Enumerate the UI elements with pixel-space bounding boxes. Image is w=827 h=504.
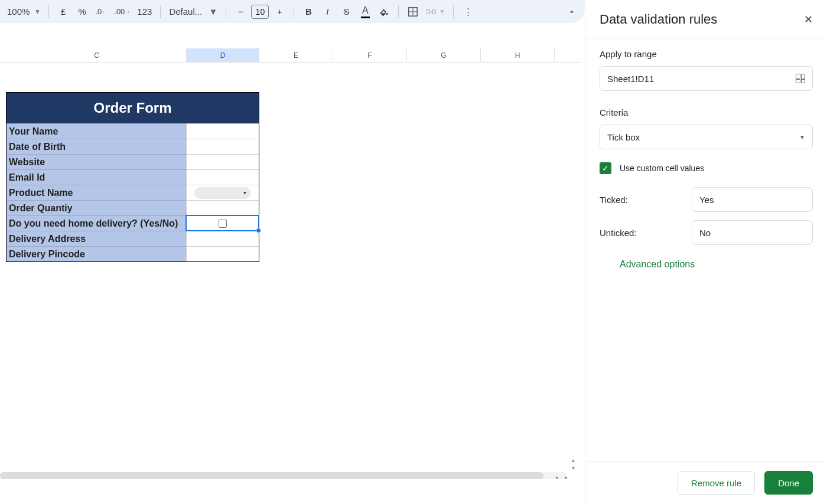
format-percent-button[interactable]: %	[74, 4, 90, 20]
zoom-dropdown[interactable]: 100%▼	[5, 4, 43, 20]
text-color-button[interactable]: A	[357, 4, 373, 20]
svg-rect-4	[433, 9, 436, 14]
form-label[interactable]: Product Name	[6, 185, 186, 200]
order-form-table: Order Form Your Name Date of Birth Websi…	[6, 92, 259, 262]
form-label[interactable]: Date of Birth	[6, 139, 186, 154]
form-label[interactable]: Order Quantiy	[6, 200, 186, 215]
collapse-toolbar-button[interactable]	[564, 4, 580, 20]
column-headers: C D E F G H	[0, 48, 581, 63]
selected-cell[interactable]	[186, 215, 259, 231]
vertical-scroll-arrows[interactable]: ▴▾	[572, 457, 575, 471]
borders-button[interactable]	[405, 4, 421, 20]
done-button[interactable]: Done	[764, 471, 813, 495]
form-label[interactable]: Delivery Address	[6, 231, 186, 246]
form-label[interactable]: Email Id	[6, 169, 186, 185]
format-currency-button[interactable]: £	[55, 4, 71, 20]
sidebar-title: Data validation rules	[600, 12, 717, 27]
column-header[interactable]: F	[333, 48, 407, 62]
column-header[interactable]: H	[481, 48, 555, 62]
chevron-down-icon: ▼	[799, 134, 805, 140]
form-label[interactable]: Website	[6, 154, 186, 169]
form-title: Order Form	[6, 93, 259, 123]
cell[interactable]	[186, 139, 259, 154]
merge-cells-button[interactable]: ▼	[424, 4, 447, 20]
unticked-input[interactable]: No	[692, 220, 813, 245]
sheet-tab-arrows[interactable]: ◂ ▸	[555, 474, 570, 480]
advanced-options-link[interactable]: Advanced options	[620, 259, 813, 270]
cell[interactable]	[186, 246, 259, 261]
font-family-dropdown[interactable]: Defaul...▼	[167, 4, 220, 20]
cell[interactable]	[186, 169, 259, 185]
font-size-input[interactable]: 10	[251, 5, 269, 19]
font-size-decrease-button[interactable]: −	[232, 4, 249, 20]
cell-dropdown[interactable]	[186, 185, 259, 200]
strikethrough-button[interactable]: S	[338, 4, 354, 20]
font-size-increase-button[interactable]: +	[271, 4, 288, 20]
cell[interactable]	[186, 231, 259, 246]
spreadsheet-grid[interactable]: Order Form Your Name Date of Birth Websi…	[0, 63, 581, 487]
data-validation-sidebar: Data validation rules ✕ Apply to range S…	[585, 0, 827, 504]
svg-rect-3	[427, 9, 430, 14]
checkbox-icon[interactable]	[219, 220, 227, 228]
bold-button[interactable]: B	[300, 4, 317, 20]
ticked-input[interactable]: Yes	[692, 187, 813, 212]
custom-values-checkbox[interactable]: ✓	[600, 162, 611, 174]
more-formats-button[interactable]: 123	[135, 4, 154, 20]
close-icon[interactable]: ✕	[804, 13, 813, 26]
remove-rule-button[interactable]: Remove rule	[678, 471, 755, 495]
form-label[interactable]: Do you need home delivery? (Yes/No)	[6, 215, 186, 231]
decrease-decimal-button[interactable]: .0←	[93, 4, 109, 20]
increase-decimal-button[interactable]: .00→	[112, 4, 132, 20]
custom-values-label: Use custom cell values	[620, 163, 704, 173]
range-input[interactable]: Sheet1!D11	[600, 66, 813, 91]
unticked-label: Unticked:	[600, 228, 637, 238]
form-label[interactable]: Delivery Pincode	[6, 246, 186, 261]
column-header[interactable]: C	[7, 48, 187, 62]
criteria-label: Criteria	[600, 107, 813, 117]
form-label[interactable]: Your Name	[6, 123, 186, 139]
horizontal-scrollbar[interactable]	[0, 472, 567, 479]
toolbar: 100%▼ £ % .0← .00→ 123 Defaul...▼ − 10 +…	[0, 0, 585, 24]
italic-button[interactable]: I	[319, 4, 336, 20]
cell[interactable]	[186, 154, 259, 169]
select-range-icon[interactable]	[796, 74, 805, 83]
apply-to-range-label: Apply to range	[600, 49, 813, 59]
column-header[interactable]: G	[407, 48, 481, 62]
fill-color-button[interactable]	[376, 4, 392, 20]
criteria-dropdown[interactable]: Tick box ▼	[600, 125, 813, 149]
ticked-label: Ticked:	[600, 195, 628, 205]
column-header[interactable]: D	[187, 48, 259, 62]
column-header[interactable]: E	[259, 48, 333, 62]
toolbar-overflow-button[interactable]: ⋮	[460, 4, 476, 20]
dropdown-pill[interactable]	[194, 187, 251, 199]
cell[interactable]	[186, 123, 259, 139]
cell[interactable]	[186, 200, 259, 215]
